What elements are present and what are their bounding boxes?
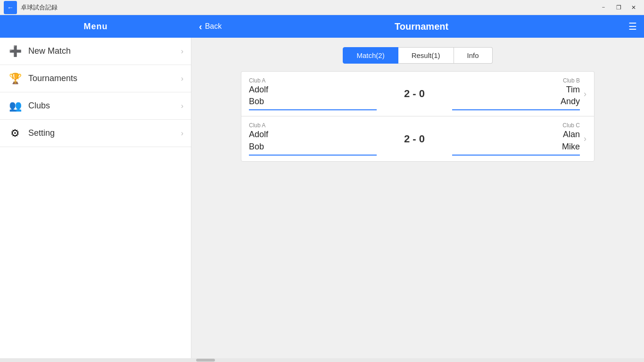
matches-list: Club A Adolf Bob 2 - 0 Club B Tim Andy ›	[241, 71, 594, 162]
tab-info[interactable]: Info	[454, 47, 493, 64]
left-player1: Adolf	[249, 129, 391, 140]
app: Menu ‹ Back Tournament ☰ ➕ New Match › 🏆…	[0, 15, 644, 362]
right-underline	[452, 109, 580, 110]
tab-match[interactable]: Match(2)	[343, 47, 398, 64]
tournament-title: Tournament	[222, 21, 621, 32]
right-player2: Andy	[438, 96, 580, 107]
sidebar-item-setting[interactable]: ⚙ Setting ›	[0, 120, 191, 147]
sidebar-item-tournaments[interactable]: 🏆 Tournaments ›	[0, 65, 191, 92]
right-player2: Mike	[438, 141, 580, 153]
chevron-right-icon: ›	[181, 129, 183, 138]
minimize-button[interactable]: －	[597, 2, 610, 13]
match-chevron-icon: ›	[584, 134, 586, 144]
left-team: Club A Adolf Bob	[249, 77, 391, 110]
clubs-icon: 👥	[8, 99, 23, 114]
left-player2: Bob	[249, 96, 391, 107]
chevron-right-icon: ›	[181, 47, 183, 56]
match-score: 2 - 0	[391, 133, 438, 145]
left-player1: Adolf	[249, 84, 391, 96]
content-area: Match(2) Result(1) Info Club A Adolf Bob	[191, 38, 644, 358]
sidebar-item-new-match[interactable]: ➕ New Match ›	[0, 38, 191, 65]
right-team: Club B Tim Andy	[438, 77, 580, 110]
close-button[interactable]: ✕	[627, 2, 640, 13]
left-club: Club A	[249, 122, 391, 129]
app-title: 卓球試合記録	[21, 3, 58, 12]
left-team: Club A Adolf Bob	[249, 122, 391, 155]
setting-label: Setting	[28, 128, 181, 138]
match-chevron-icon: ›	[584, 89, 586, 99]
right-team: Club C Alan Mike	[438, 122, 580, 155]
tournaments-label: Tournaments	[28, 74, 181, 83]
chevron-right-icon: ›	[181, 74, 183, 83]
restore-button[interactable]: ❐	[612, 2, 625, 13]
titlebar: ← 卓球試合記録 － ❐ ✕	[0, 0, 644, 15]
left-club: Club A	[249, 77, 391, 84]
tab-bar: Match(2) Result(1) Info	[343, 47, 492, 64]
scrollbar-thumb	[196, 359, 215, 362]
trophy-icon: 🏆	[8, 71, 23, 86]
back-arrow-icon: ←	[7, 4, 14, 11]
right-player1: Tim	[438, 84, 580, 96]
right-club: Club B	[438, 77, 580, 84]
left-underline	[249, 155, 377, 156]
titlebar-back-button[interactable]: ←	[4, 1, 17, 14]
right-underline	[452, 155, 580, 156]
right-player1: Alan	[438, 129, 580, 140]
hamburger-menu-button[interactable]: ☰	[621, 15, 644, 38]
new-match-label: New Match	[28, 46, 181, 56]
back-label: Back	[205, 22, 222, 31]
horizontal-scrollbar[interactable]	[0, 358, 644, 362]
window-controls: － ❐ ✕	[597, 2, 640, 13]
sidebar-item-clubs[interactable]: 👥 Clubs ›	[0, 92, 191, 120]
match-row[interactable]: Club A Adolf Bob 2 - 0 Club B Tim Andy ›	[241, 71, 594, 116]
back-chevron-icon: ‹	[199, 21, 202, 32]
back-button[interactable]: ‹ Back	[191, 21, 222, 32]
sidebar: ➕ New Match › 🏆 Tournaments › 👥 Clubs › …	[0, 38, 191, 358]
chevron-right-icon: ›	[181, 102, 183, 110]
plus-icon: ➕	[8, 44, 23, 59]
clubs-label: Clubs	[28, 101, 181, 111]
main-layout: ➕ New Match › 🏆 Tournaments › 👥 Clubs › …	[0, 38, 644, 358]
header: Menu ‹ Back Tournament ☰	[0, 15, 644, 38]
match-row[interactable]: Club A Adolf Bob 2 - 0 Club C Alan Mike …	[241, 116, 594, 161]
left-underline	[249, 109, 377, 110]
tab-result[interactable]: Result(1)	[398, 47, 454, 64]
right-club: Club C	[438, 122, 580, 129]
gear-icon: ⚙	[8, 126, 23, 141]
match-score: 2 - 0	[391, 88, 438, 100]
left-player2: Bob	[249, 141, 391, 153]
header-menu-label: Menu	[0, 22, 191, 32]
